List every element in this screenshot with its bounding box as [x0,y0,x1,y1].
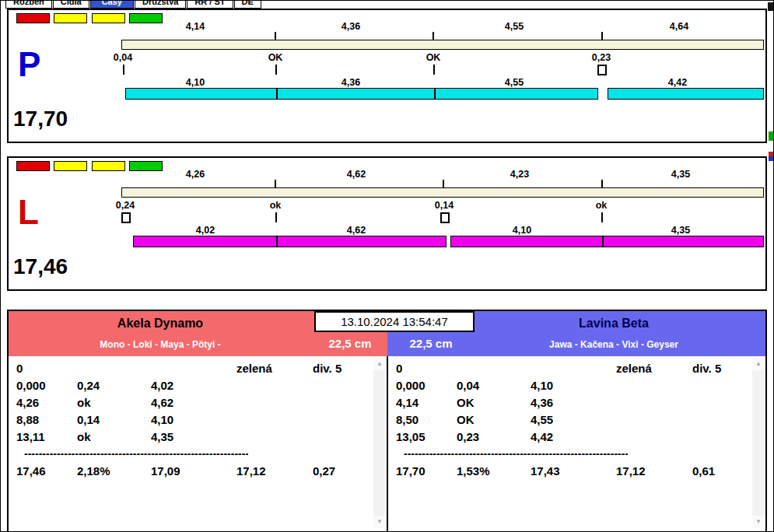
split-time-4: 4,35 [642,169,720,180]
scrollbar[interactable]: ▲ ▼ [373,358,386,528]
team-right-dogs: Jawa - Kačena - Vixi - Geyser [462,339,765,350]
split-time-2: 4,36 [312,21,390,32]
split-tick [443,180,444,187]
tab-casy[interactable]: Časy [90,1,134,9]
screen-edge-artifact [769,156,774,161]
results-right-table: 0zelenádiv. 50,0000,044,104,14OK4,368,50… [388,359,748,479]
table-row: 13,11ok4,35 [9,428,368,445]
tab-cidla[interactable]: Cidla [53,1,89,9]
split-tick [275,180,276,187]
split-scale-bar [121,40,764,50]
lane-total-time: 17,46 [13,256,68,278]
cross-label-3: 0,14 [405,200,483,211]
light-yellow-icon [54,13,87,23]
cross-label-4: ok [562,200,640,211]
lane-panel-l: L 17,46 4,26 4,62 4,23 4,35 0,24 ok 0,14… [7,156,767,291]
run-bar-segmented [133,236,447,247]
run-time-4: 4,42 [639,77,716,88]
table-row: 13,050,234,42 [388,428,748,445]
app-window: RozbehCidlaČasyDružstvaRR / STDE P 17,70… [0,0,774,532]
split-tick [601,180,603,187]
scrollbar[interactable]: ▲ ▼ [752,358,765,528]
results-section: Akela Dynamo Mono - Loki - Maya - Pötyi … [7,310,767,531]
team-left-name: Akela Dynamo [9,317,312,331]
fault-checkbox[interactable] [121,212,131,223]
run-time-1: 4,02 [166,225,244,236]
run-time-3: 4,55 [475,77,553,88]
split-time-3: 4,23 [481,169,559,180]
run-time-2: 4,36 [312,77,390,88]
fault-checkbox[interactable] [597,65,607,75]
screen-edge-artifact [768,2,774,11]
tab-rr-st[interactable]: RR / ST [187,1,233,9]
team-left-dogs: Mono - Loki - Maya - Pötyi - [9,339,312,350]
light-yellow-icon [54,161,87,171]
split-time-1: 4,26 [156,169,234,180]
table-row: 0,0000,244,02 [9,376,368,394]
lane-total-time: 17,70 [13,108,68,130]
table-row: 8,880,144,10 [9,411,368,428]
scroll-up-icon[interactable]: ▲ [373,358,386,370]
cross-tick [275,65,277,75]
lane-letter: L [18,195,39,229]
cross-label-1: 0,04 [84,52,162,63]
cross-label-1: 0,24 [86,200,164,211]
scroll-down-icon[interactable]: ▼ [373,516,386,528]
split-tick [601,32,603,40]
split-time-1: 4,14 [156,21,234,32]
split-scale-bar [121,187,764,198]
tab-de[interactable]: DE [234,1,261,9]
run-time-4: 4,35 [642,225,720,236]
table-row: 17,701,53%17,4317,120,61 [388,462,748,479]
tab-rozbeh[interactable]: Rozbeh [5,1,52,9]
scroll-up-icon[interactable]: ▲ [752,358,765,370]
table-row: 0zelenádiv. 5 [388,359,748,376]
table-row: 4,26ok4,62 [9,394,368,411]
cross-label-4: 0,23 [562,52,640,63]
scroll-down-icon[interactable]: ▼ [752,516,765,528]
lane-panel-p: P 17,70 4,14 4,36 4,55 4,64 0,04 OK OK 0… [7,9,767,143]
datetime-display: 13.10.2024 13:54:47 [314,311,475,332]
table-row: 0,0000,044,10 [388,376,748,394]
light-yellow2-icon [92,161,125,171]
fault-checkbox[interactable] [440,212,450,223]
lane-letter: P [18,47,40,82]
results-left-area[interactable]: 0zelenádiv. 50,0000,244,024,26ok4,628,88… [9,356,387,531]
table-row: 17,462,18%17,0917,120,27 [9,462,368,479]
light-red-icon [16,161,50,171]
table-row: ----------------------------------------… [9,445,368,462]
run-time-3: 4,10 [483,225,561,236]
table-row: 4,14OK4,36 [388,394,748,411]
table-row: 0zelenádiv. 5 [9,359,368,376]
tab-bar: RozbehCidlaČasyDružstvaRR / STDE [5,1,503,9]
cross-tick [433,65,435,75]
light-yellow2-icon [92,13,125,23]
run-bar-segmented [125,88,598,100]
cross-tick [123,65,124,75]
cross-label-2: ok [236,200,314,211]
status-lights [16,13,163,27]
team-right-name: Lavina Beta [462,317,765,331]
run-time-1: 4,10 [156,77,234,88]
split-tick [433,32,434,40]
run-bar-last [608,88,764,100]
run-bar-segmented2 [450,236,764,247]
split-time-2: 4,62 [317,169,395,180]
results-left-table: 0zelenádiv. 50,0000,244,024,26ok4,628,88… [9,359,368,479]
run-time-2: 4,62 [317,225,395,236]
cross-label-2: OK [236,52,314,63]
split-time-3: 4,55 [475,21,553,32]
table-row: 8,50OK4,55 [388,411,748,428]
screen-edge-artifact [769,131,774,141]
split-tick [275,32,276,40]
center-divider [387,356,388,531]
results-right-area[interactable]: 0zelenádiv. 50,0000,044,104,14OK4,368,50… [388,356,765,531]
status-lights [16,161,163,175]
light-red-icon [16,13,50,23]
cross-tick [275,212,277,222]
team-left-jump-height: 22,5 cm [313,337,387,350]
tab-druzstva[interactable]: Družstva [135,1,186,9]
split-time-4: 4,64 [640,21,718,32]
cross-tick [601,212,603,222]
table-row: ----------------------------------------… [388,445,748,462]
